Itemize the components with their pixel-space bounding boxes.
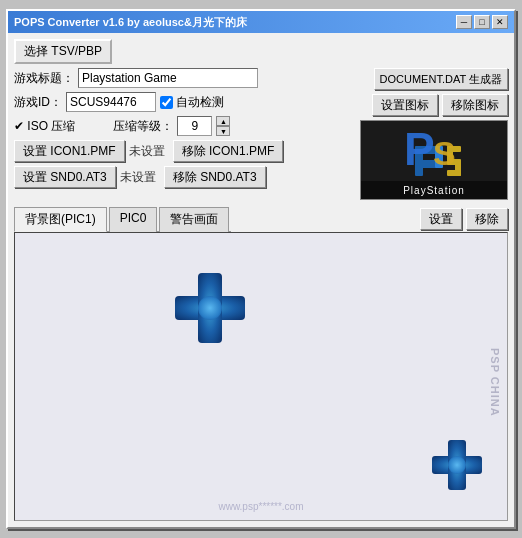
- select-tsv-button[interactable]: 选择 TSV/PBP: [14, 39, 112, 64]
- set-icon-button[interactable]: 设置图标: [372, 94, 438, 116]
- game-id-input[interactable]: [66, 92, 156, 112]
- tab-action-buttons: 设置 移除: [420, 208, 508, 230]
- pspchina-watermark: PSP CHINA: [489, 348, 501, 417]
- set-icon1-button[interactable]: 设置 ICON1.PMF: [14, 140, 125, 162]
- icon1-row: 设置 ICON1.PMF 未设置 移除 ICON1.PMF: [14, 140, 354, 162]
- top-section: 游戏标题： 游戏ID： 自动检测 ✔ ISO 压缩 压缩等级：: [14, 68, 508, 200]
- game-title-row: 游戏标题：: [14, 68, 354, 88]
- remove-icon-button[interactable]: 移除图标: [442, 94, 508, 116]
- title-bar: POPS Converter v1.6 by aeolusc&月光下的床 ─ □…: [8, 11, 514, 33]
- svg-text:P: P: [404, 125, 435, 175]
- tab-remove-button[interactable]: 移除: [466, 208, 508, 230]
- game-title-input[interactable]: [78, 68, 258, 88]
- dpad-center: [198, 296, 222, 320]
- doc-gen-button[interactable]: DOCUMENT.DAT 生成器: [374, 68, 508, 90]
- dpad-large: [175, 273, 245, 343]
- set-snd-button[interactable]: 设置 SND0.AT3: [14, 166, 116, 188]
- tab-bar: 背景图(PIC1) PIC0 警告画面: [14, 206, 231, 232]
- tab-pic1[interactable]: 背景图(PIC1): [14, 207, 107, 232]
- dpad-small: [432, 440, 482, 490]
- svg-text:S: S: [433, 134, 456, 172]
- tab-pic0[interactable]: PIC0: [109, 207, 158, 232]
- game-title-label: 游戏标题：: [14, 70, 74, 87]
- compress-level-label: 压缩等级：: [113, 118, 173, 135]
- ps-text: PlayStation: [403, 185, 465, 196]
- icon-btn-row: 设置图标 移除图标: [372, 94, 508, 116]
- ps-logo-area: PlayStation P S: [360, 120, 508, 200]
- auto-detect-checkbox[interactable]: [160, 96, 173, 109]
- auto-detect-label: 自动检测: [176, 94, 224, 111]
- playstation-logo-svg: P S: [399, 125, 469, 177]
- iso-compress-label: ✔ ISO 压缩: [14, 118, 75, 135]
- spin-down-button[interactable]: ▼: [216, 126, 230, 136]
- snd-row: 设置 SND0.AT3 未设置 移除 SND0.AT3: [14, 166, 354, 188]
- game-id-label: 游戏ID：: [14, 94, 62, 111]
- select-row: 选择 TSV/PBP: [14, 39, 508, 64]
- window-title: POPS Converter v1.6 by aeolusc&月光下的床: [14, 15, 247, 30]
- icon1-status: 未设置: [129, 143, 169, 160]
- preview-area: PSP CHINA www.psp******.com: [14, 232, 508, 521]
- tab-header: 背景图(PIC1) PIC0 警告画面 设置 移除: [14, 204, 508, 232]
- tab-section: 背景图(PIC1) PIC0 警告画面 设置 移除: [14, 204, 508, 521]
- bottom-watermark: www.psp******.com: [218, 501, 303, 512]
- auto-detect-row: 自动检测: [160, 94, 224, 111]
- dpad-large-shape: [175, 273, 245, 343]
- spin-up-button[interactable]: ▲: [216, 116, 230, 126]
- game-id-row: 游戏ID： 自动检测: [14, 92, 354, 112]
- dpad-small-center: [448, 456, 466, 474]
- content-area: 选择 TSV/PBP 游戏标题： 游戏ID： 自动检测: [8, 33, 514, 527]
- compress-level-input[interactable]: [177, 116, 212, 136]
- close-button[interactable]: ✕: [492, 15, 508, 29]
- window-controls: ─ □ ✕: [456, 15, 508, 29]
- left-section: 游戏标题： 游戏ID： 自动检测 ✔ ISO 压缩 压缩等级：: [14, 68, 354, 200]
- remove-snd-button[interactable]: 移除 SND0.AT3: [164, 166, 266, 188]
- restore-button[interactable]: □: [474, 15, 490, 29]
- remove-icon1-button[interactable]: 移除 ICON1.PMF: [173, 140, 284, 162]
- minimize-button[interactable]: ─: [456, 15, 472, 29]
- main-window: POPS Converter v1.6 by aeolusc&月光下的床 ─ □…: [6, 9, 516, 529]
- compress-level-spinner: ▲ ▼: [216, 116, 230, 136]
- dpad-small-shape: [432, 440, 482, 490]
- tab-warning[interactable]: 警告画面: [159, 207, 229, 232]
- tab-set-button[interactable]: 设置: [420, 208, 462, 230]
- right-section: DOCUMENT.DAT 生成器 设置图标 移除图标: [360, 68, 508, 200]
- iso-compress-row: ✔ ISO 压缩 压缩等级： ▲ ▼: [14, 116, 354, 136]
- snd-status: 未设置: [120, 169, 160, 186]
